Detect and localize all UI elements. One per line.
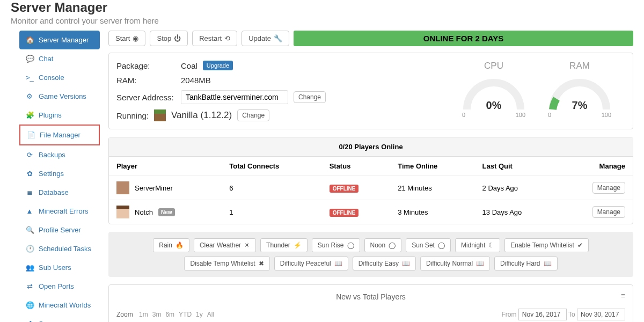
zoom-YTD[interactable]: YTD — [179, 311, 192, 318]
time-online: 21 Minutes — [390, 176, 474, 200]
change-version-button[interactable]: Change — [237, 109, 269, 121]
sidebar-item-label: Console — [39, 74, 64, 82]
manage-button[interactable]: Manage — [592, 182, 625, 194]
minecraft-icon — [154, 109, 166, 121]
sidebar-item-label: Game Versions — [39, 92, 86, 100]
server-address-input[interactable] — [181, 90, 288, 104]
cpu-gauge: CPU 0% 0100 — [459, 61, 529, 121]
sidebar-item-servers[interactable]: ❮Servers — [19, 314, 100, 322]
page-subtitle: Monitor and control your server from her… — [11, 16, 633, 25]
quick-noon[interactable]: Noon ◯ — [364, 238, 402, 252]
to-date-input[interactable] — [577, 309, 625, 320]
quick-icon: ◯ — [438, 241, 445, 249]
quick-icon: ☀ — [244, 241, 250, 249]
manage-button[interactable]: Manage — [592, 206, 625, 218]
col-connects: Total Connects — [222, 157, 321, 176]
quick-icon: ⚡ — [294, 241, 302, 249]
zoom-1m[interactable]: 1m — [139, 311, 148, 318]
upgrade-button[interactable]: Upgrade — [203, 61, 233, 70]
package-value: Coal — [181, 61, 197, 70]
sidebar-item-label: Backups — [39, 151, 65, 159]
sidebar-item-minecraft-errors[interactable]: ▲Minecraft Errors — [19, 202, 100, 221]
quick-icon: ☾ — [488, 241, 494, 249]
quick-difficulty-easy[interactable]: Difficulty Easy 📖 — [353, 257, 416, 270]
quick-midnight[interactable]: Midnight ☾ — [455, 238, 500, 252]
restart-button[interactable]: Restart ⟲ — [192, 31, 237, 46]
addr-label: Server Address: — [116, 93, 175, 102]
player-name: Notch — [135, 208, 153, 216]
zoom-3m[interactable]: 3m — [152, 311, 162, 318]
from-date-input[interactable] — [518, 309, 567, 320]
zoom-options: Zoom 1m3m6mYTD1yAll — [116, 311, 223, 318]
sidebar-item-chat[interactable]: 💬Chat — [19, 49, 100, 68]
chart-menu-icon[interactable]: ≡ — [621, 291, 625, 300]
sidebar-item-game-versions[interactable]: ⚙Game Versions — [19, 87, 100, 106]
page-title: Server Manager — [11, 0, 633, 15]
quick-sun-set[interactable]: Sun Set ◯ — [406, 238, 451, 252]
table-row: ServerMiner6OFFLINE21 Minutes2 Days AgoM… — [109, 176, 633, 200]
sidebar-item-profile-server[interactable]: 🔍Profile Server — [19, 221, 100, 239]
zoom-All[interactable]: All — [207, 311, 214, 318]
sidebar-icon: 🕐 — [26, 245, 33, 253]
quick-icon: 📖 — [476, 260, 484, 267]
sidebar-item-minecraft-worlds[interactable]: 🌐Minecraft Worlds — [19, 296, 100, 314]
running-label: Running: — [116, 111, 149, 120]
status-badge: OFFLINE — [330, 185, 359, 193]
sidebar-item-settings[interactable]: ✿Settings — [19, 164, 100, 183]
quick-thunder[interactable]: Thunder ⚡ — [260, 238, 308, 252]
sidebar-item-file-manager[interactable]: 📄File Manager — [19, 125, 100, 145]
quick-icon: 📖 — [402, 260, 410, 267]
quick-disable-temp-whitelist[interactable]: Disable Temp Whitelist ✖ — [184, 257, 269, 270]
quick-difficulty-hard[interactable]: Difficulty Hard 📖 — [494, 257, 557, 270]
sidebar-icon: >_ — [26, 74, 33, 82]
sidebar-item-backups[interactable]: ⟳Backups — [19, 145, 100, 164]
sidebar-icon: ▲ — [26, 207, 33, 215]
last-quit: 13 Days Ago — [475, 200, 559, 224]
stop-button[interactable]: Stop ⏻ — [150, 31, 188, 46]
sidebar-item-open-ports[interactable]: ⇄Open Ports — [19, 277, 100, 296]
zoom-1y[interactable]: 1y — [196, 311, 203, 318]
chart-title: New vs Total Players — [336, 292, 406, 301]
quick-icon: ✔ — [577, 241, 583, 249]
sidebar-icon: ❮ — [26, 320, 33, 322]
quick-sun-rise[interactable]: Sun Rise ◯ — [312, 238, 360, 252]
quick-icon: 📖 — [544, 260, 552, 267]
sidebar-item-server-manager[interactable]: 🏠Server Manager — [19, 31, 100, 49]
quick-icon: ◯ — [347, 241, 354, 249]
running-value: Vanilla (1.12.2) — [171, 110, 232, 121]
last-quit: 2 Days Ago — [475, 176, 559, 200]
quick-enable-temp-whitelist[interactable]: Enable Temp Whitelist ✔ — [504, 238, 589, 252]
quick-rain[interactable]: Rain 🔥 — [153, 238, 189, 252]
quick-difficulty-normal[interactable]: Difficulty Normal 📖 — [420, 257, 490, 270]
quick-clear-weather[interactable]: Clear Weather ☀ — [194, 238, 256, 252]
quick-difficulty-peaceful[interactable]: Difficulty Peaceful 📖 — [274, 257, 348, 270]
ram-value: 2048MB — [181, 76, 211, 85]
time-online: 3 Minutes — [390, 200, 474, 224]
sidebar-item-label: Server Manager — [39, 36, 89, 44]
change-address-button[interactable]: Change — [294, 91, 326, 103]
players-header: 0/20 Players Online — [109, 137, 633, 157]
sidebar-item-database[interactable]: ≣Database — [19, 183, 100, 202]
sidebar: 🏠Server Manager💬Chat>_Console⚙Game Versi… — [19, 31, 100, 322]
start-button[interactable]: Start ◉ — [108, 31, 145, 46]
sidebar-item-label: Minecraft Worlds — [39, 301, 91, 309]
to-label: To — [568, 311, 575, 318]
update-button[interactable]: Update 🔧 — [241, 31, 289, 46]
sidebar-item-label: Sub Users — [39, 264, 71, 272]
table-row: Notch New1OFFLINE3 Minutes13 Days AgoMan… — [109, 200, 633, 224]
player-head-icon — [116, 181, 129, 194]
sidebar-item-label: Plugins — [39, 111, 62, 119]
sidebar-item-scheduled-tasks[interactable]: 🕐Scheduled Tasks — [19, 239, 100, 258]
quick-icon: ✖ — [259, 260, 264, 267]
zoom-6m[interactable]: 6m — [165, 311, 174, 318]
sidebar-item-plugins[interactable]: 🧩Plugins — [19, 106, 100, 125]
sidebar-icon: ⇄ — [26, 282, 33, 290]
sidebar-icon: 📄 — [27, 131, 34, 139]
sidebar-icon: 👥 — [26, 264, 33, 272]
package-label: Package: — [116, 61, 175, 70]
sidebar-item-label: Chat — [39, 55, 53, 63]
power-icon: ⏻ — [174, 34, 181, 42]
sidebar-item-sub-users[interactable]: 👥Sub Users — [19, 258, 100, 277]
from-label: From — [502, 311, 517, 318]
sidebar-item-console[interactable]: >_Console — [19, 68, 100, 87]
